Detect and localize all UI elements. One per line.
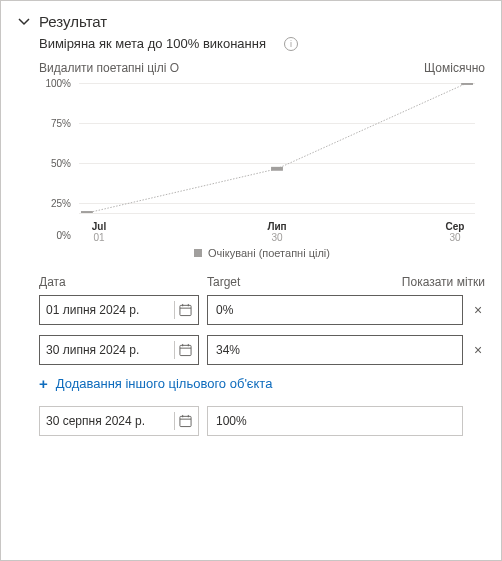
target-input[interactable]: 0% bbox=[207, 295, 463, 325]
col-header-target: Target bbox=[207, 275, 402, 289]
milestone-row: 01 липня 2024 р. 0% × bbox=[39, 295, 485, 325]
chart-legend: Очікувані (поетапні цілі) bbox=[39, 247, 485, 259]
x-label: Сер 30 bbox=[435, 221, 475, 243]
x-axis-labels: Jul 01 Лип 30 Сер 30 bbox=[79, 221, 475, 243]
legend-swatch-icon bbox=[194, 249, 202, 257]
legend-label: Очікувані (поетапні цілі) bbox=[208, 247, 330, 259]
svg-rect-2 bbox=[461, 83, 473, 85]
gridline bbox=[79, 213, 475, 214]
chart-markers bbox=[79, 83, 475, 213]
date-input[interactable]: 30 серпня 2024 р. bbox=[39, 406, 199, 436]
final-milestone-row: 30 серпня 2024 р. 100% bbox=[39, 406, 485, 436]
x-label: Jul 01 bbox=[79, 221, 119, 243]
target-input[interactable]: 100% bbox=[207, 406, 463, 436]
x-label: Лип 30 bbox=[257, 221, 297, 243]
target-value: 34% bbox=[216, 343, 240, 357]
result-panel: Результат Виміряна як мета до 100% викон… bbox=[0, 0, 502, 561]
panel-title: Результат bbox=[39, 13, 107, 30]
calendar-icon[interactable] bbox=[174, 341, 192, 359]
milestone-row: 30 липня 2024 р. 34% × bbox=[39, 335, 485, 365]
info-icon[interactable]: i bbox=[284, 37, 298, 51]
plus-icon: + bbox=[39, 375, 48, 392]
date-input[interactable]: 30 липня 2024 р. bbox=[39, 335, 199, 365]
chart-plot-area bbox=[79, 83, 475, 213]
calendar-icon[interactable] bbox=[174, 301, 192, 319]
remove-milestones-link[interactable]: Видалити поетапні цілі О bbox=[39, 61, 179, 75]
subtitle-row: Виміряна як мета до 100% виконання i bbox=[39, 36, 485, 51]
remove-row-button[interactable]: × bbox=[471, 342, 485, 358]
target-value: 100% bbox=[216, 414, 247, 428]
target-value: 0% bbox=[216, 303, 233, 317]
target-input[interactable]: 34% bbox=[207, 335, 463, 365]
remove-row-button[interactable]: × bbox=[471, 302, 485, 318]
y-tick: 75% bbox=[39, 118, 71, 129]
y-tick: 0% bbox=[39, 230, 71, 241]
svg-rect-11 bbox=[180, 416, 191, 426]
chart-header-row: Видалити поетапні цілі О Щомісячно bbox=[39, 61, 485, 75]
y-tick: 100% bbox=[39, 78, 71, 89]
panel-header[interactable]: Результат bbox=[17, 13, 485, 30]
date-value: 30 липня 2024 р. bbox=[46, 343, 174, 357]
y-tick: 50% bbox=[39, 158, 71, 169]
svg-rect-3 bbox=[180, 305, 191, 315]
svg-rect-7 bbox=[180, 345, 191, 355]
milestone-chart: 100% 75% 50% 25% 0% Jul 01 Лип bbox=[39, 83, 485, 243]
date-input[interactable]: 01 липня 2024 р. bbox=[39, 295, 199, 325]
measure-subtitle: Виміряна як мета до 100% виконання bbox=[39, 36, 266, 51]
date-value: 30 серпня 2024 р. bbox=[46, 414, 174, 428]
date-value: 01 липня 2024 р. bbox=[46, 303, 174, 317]
column-headers: Дата Target Показати мітки bbox=[39, 275, 485, 289]
y-tick: 25% bbox=[39, 198, 71, 209]
frequency-link[interactable]: Щомісячно bbox=[424, 61, 485, 75]
add-milestone-button[interactable]: + Додавання іншого цільового об'єкта bbox=[39, 375, 485, 392]
calendar-icon[interactable] bbox=[174, 412, 192, 430]
svg-rect-1 bbox=[271, 167, 283, 171]
add-milestone-label: Додавання іншого цільового об'єкта bbox=[56, 376, 273, 391]
col-header-labels[interactable]: Показати мітки bbox=[402, 275, 485, 289]
svg-rect-0 bbox=[81, 211, 93, 213]
chevron-down-icon bbox=[17, 15, 31, 29]
col-header-date: Дата bbox=[39, 275, 207, 289]
